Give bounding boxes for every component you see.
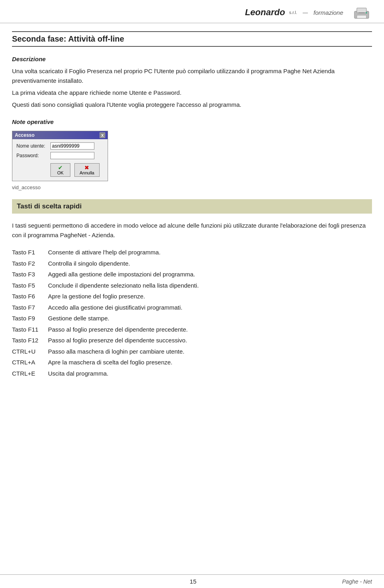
shortcut-row: CTRL+AApre la maschera di scelta del fog… (12, 357, 372, 368)
brand-srl: s.r.l. (289, 10, 297, 15)
footer-product-name: Paghe - Net (342, 578, 372, 585)
shortcut-desc: Aggedi alla gestione delle impostazioni … (48, 269, 195, 280)
shortcut-row: Tasto F2Controlla il singolo dipendente. (12, 258, 372, 269)
shortcut-key: Tasto F11 (12, 324, 48, 335)
annulla-label: Annulla (80, 170, 94, 175)
brand-area: Leonardo s.r.l. — formazione (245, 4, 372, 21)
password-input[interactable] (50, 152, 94, 159)
shortcut-desc: Gestione delle stampe. (48, 313, 109, 324)
annulla-button[interactable]: ✖ Annulla (74, 163, 100, 177)
shortcut-key: Tasto F5 (12, 280, 48, 291)
dialog-close-icon[interactable]: x (100, 132, 105, 138)
shortcut-desc: Uscita dal programma. (48, 368, 108, 379)
body-paragraph-2: La prima videata che appare richiede nom… (12, 88, 372, 98)
dialog-titlebar: Accesso x (12, 131, 108, 139)
ok-icon: ✔ (58, 165, 63, 170)
dialog-body: Nome utente: Password: ✔ OK ✖ Annulla (12, 139, 108, 181)
password-row: Password: (16, 152, 104, 159)
shortcut-row: Tasto F1Consente di attivare l'help del … (12, 247, 372, 258)
shortcut-row: Tasto F3Aggedi alla gestione delle impos… (12, 269, 372, 280)
shortcut-desc: Consente di attivare l'help del programm… (48, 247, 160, 258)
shortcut-row: Tasto F11Passo al foglio presenze del di… (12, 324, 372, 335)
shortcut-key: Tasto F1 (12, 247, 48, 258)
username-row: Nome utente: (16, 142, 104, 150)
shortcut-row: Tasto F9Gestione delle stampe. (12, 313, 372, 324)
shortcut-desc: Passo alla maschera di loghin per cambia… (48, 346, 184, 357)
descrizione-label: Descrizione (12, 56, 372, 62)
page-header: Leonardo s.r.l. — formazione (0, 0, 384, 23)
shortcut-desc: Passo al foglio presenze del dipendente … (48, 324, 188, 335)
shortcut-row: Tasto F5Conclude il dipendente seleziona… (12, 280, 372, 291)
dialog-title: Accesso (15, 132, 34, 138)
shortcut-desc: Apre la maschera di scelta del foglio pr… (48, 357, 172, 368)
svg-rect-2 (357, 15, 366, 18)
accesso-dialog: Accesso x Nome utente: Password: ✔ OK ✖ … (12, 131, 108, 181)
ok-button[interactable]: ✔ OK (50, 163, 70, 177)
username-input[interactable] (50, 142, 94, 150)
footer-page-number: 15 (190, 578, 196, 585)
vid-accesso-label: vid_accesso (12, 184, 372, 190)
dialog-buttons: ✔ OK ✖ Annulla (16, 163, 104, 177)
shortcut-key: Tasto F3 (12, 269, 48, 280)
body-paragraph-3: Questi dati sono consigliati qualora l'U… (12, 100, 372, 110)
shortcut-row: Tasto F6Apre la gestione del foglio pres… (12, 291, 372, 302)
section-title-bar: Seconda fase: Attività off-line (12, 31, 372, 47)
page-footer: 15 Paghe - Net (0, 574, 384, 588)
note-operative-label: Note operative (12, 118, 372, 125)
shortcut-key: Tasto F9 (12, 313, 48, 324)
svg-rect-1 (357, 8, 366, 13)
shortcut-desc: Apre la gestione del foglio presenze. (48, 291, 145, 302)
brand-logo-icon (351, 4, 372, 21)
shortcut-row: Tasto F7Accedo alla gestione dei giustif… (12, 302, 372, 313)
username-label: Nome utente: (16, 143, 50, 149)
shortcut-key: Tasto F2 (12, 258, 48, 269)
shortcut-desc: Passo al foglio presenze del dipendente … (48, 335, 187, 346)
shortcut-row: CTRL+UPasso alla maschera di loghin per … (12, 346, 372, 357)
shortcut-desc: Conclude il dipendente selezionato nella… (48, 280, 199, 291)
shortcut-key: CTRL+U (12, 346, 48, 357)
annulla-icon: ✖ (84, 165, 89, 170)
shortcut-desc: Controlla il singolo dipendente. (48, 258, 130, 269)
shortcut-key: CTRL+A (12, 357, 48, 368)
svg-rect-3 (358, 12, 365, 13)
brand-name: Leonardo (245, 7, 285, 18)
body-paragraph-1: Una volta scaricato il Foglio Presenza n… (12, 66, 372, 86)
tasti-section-bar: Tasti di scelta rapidi (12, 199, 372, 214)
shortcut-key: Tasto F7 (12, 302, 48, 313)
ok-label: OK (57, 170, 64, 175)
password-label: Password: (16, 153, 50, 158)
shortcut-key: Tasto F12 (12, 335, 48, 346)
shortcut-row: Tasto F12Passo al foglio presenze del di… (12, 335, 372, 346)
shortcut-key: CTRL+E (12, 368, 48, 379)
tasti-intro: I tasti seguenti permettono di accedere … (12, 221, 372, 240)
shortcut-list: Tasto F1Consente di attivare l'help del … (12, 247, 372, 378)
brand-formazione: formazione (314, 9, 343, 16)
shortcut-key: Tasto F6 (12, 291, 48, 302)
section-title: Seconda fase: Attività off-line (12, 34, 372, 44)
tasti-section-title: Tasti di scelta rapidi (17, 202, 367, 210)
shortcut-desc: Accedo alla gestione dei giustificativi … (48, 302, 182, 313)
main-content: Seconda fase: Attività off-line Descrizi… (0, 23, 384, 411)
brand-dash: — (303, 10, 308, 16)
shortcut-row: CTRL+EUscita dal programma. (12, 368, 372, 379)
svg-point-4 (366, 12, 367, 14)
